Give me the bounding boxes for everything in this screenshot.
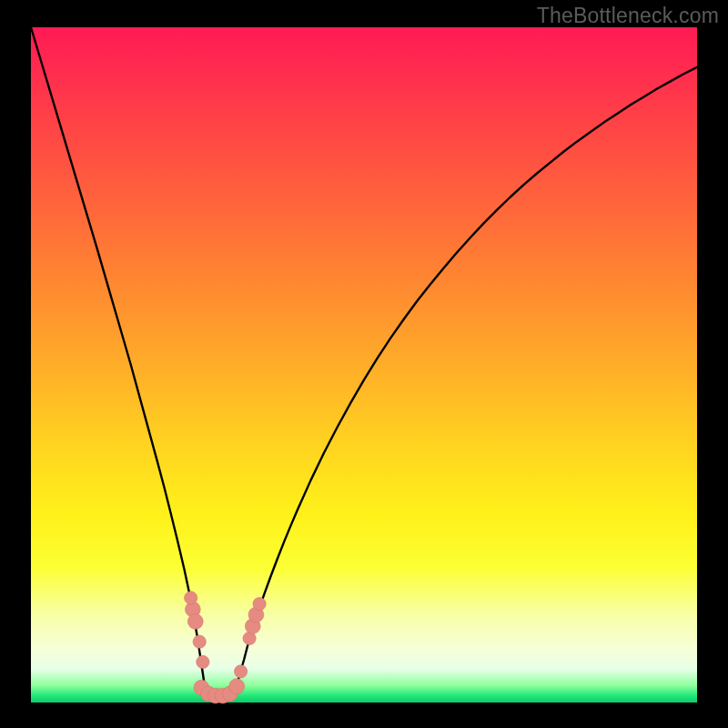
curve-marker — [234, 665, 247, 678]
curve-marker — [229, 679, 245, 694]
chart-frame: TheBottleneck.com — [0, 0, 728, 728]
curve-marker — [197, 655, 209, 668]
curve-marker — [187, 614, 203, 630]
curve-marker — [193, 635, 206, 648]
curve-marker — [253, 598, 266, 611]
curve-marker — [185, 592, 197, 604]
watermark-text: TheBottleneck.com — [537, 4, 719, 28]
plot-area — [31, 27, 697, 703]
bottleneck-curve-chart — [31, 27, 697, 703]
bottleneck-curve — [31, 27, 697, 696]
